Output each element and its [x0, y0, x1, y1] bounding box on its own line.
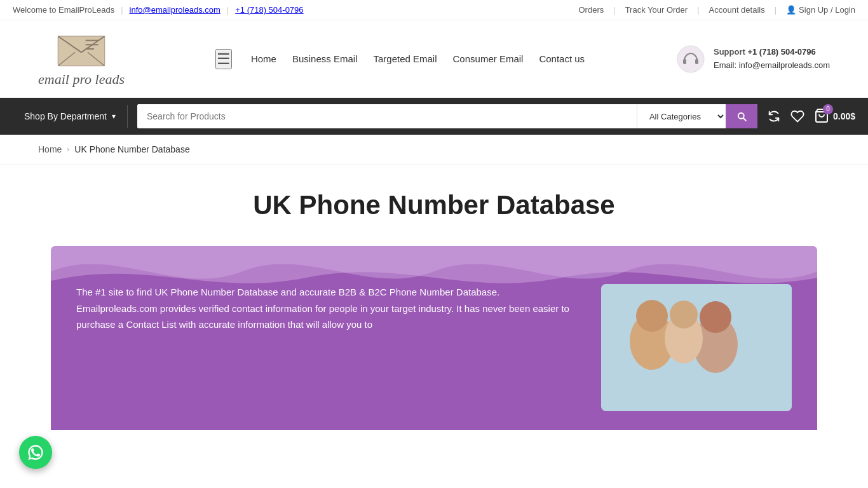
user-icon: 👤: [786, 5, 796, 15]
breadcrumb-home[interactable]: Home: [38, 144, 62, 154]
top-bar-right: Orders | Track Your Order | Account deta…: [579, 5, 856, 15]
whatsapp-icon: [27, 444, 44, 456]
promo-image: [601, 284, 792, 411]
headphone-icon: [675, 44, 706, 74]
category-select[interactable]: All Categories: [637, 104, 726, 128]
wave-description: The #1 site to find UK Phone Number Data…: [76, 284, 582, 333]
search-button[interactable]: [726, 104, 757, 128]
wave-image: [601, 284, 792, 411]
welcome-text: Welcome to EmailProLeads: [13, 5, 114, 15]
cart-count: 0: [823, 104, 833, 114]
nav-contact-us[interactable]: Contact us: [539, 53, 585, 64]
topbar-phone[interactable]: +1 (718) 504-0796: [235, 5, 303, 15]
top-bar-left: Welcome to EmailProLeads | info@emailpro…: [13, 5, 304, 15]
refresh-icon: [767, 109, 781, 123]
support-area: Support +1 (718) 504-0796 Email: info@em…: [675, 44, 830, 74]
wave-content: The #1 site to find UK Phone Number Data…: [51, 246, 817, 430]
svg-point-8: [677, 46, 704, 72]
svg-point-14: [636, 300, 668, 332]
logo[interactable]: email pro leads: [38, 30, 125, 88]
orders-link[interactable]: Orders: [579, 5, 604, 15]
search-container: All Categories: [137, 104, 757, 128]
track-order-link[interactable]: Track Your Order: [625, 5, 688, 15]
support-phone: +1 (718) 504-0796: [747, 47, 815, 57]
breadcrumb-separator: ›: [67, 145, 69, 154]
breadcrumb-current: UK Phone Number Database: [74, 144, 189, 154]
search-bar-section: Shop By Department ▾ All Categories: [0, 98, 868, 135]
signup-login-link[interactable]: 👤 Sign Up / Login: [786, 5, 855, 15]
header-icons: 0 0.00$: [767, 108, 855, 125]
refresh-button[interactable]: [767, 109, 781, 123]
search-input[interactable]: [137, 104, 637, 128]
support-email-prefix: Email:: [714, 60, 736, 70]
header: email pro leads ☰ Home Business Email Ta…: [0, 20, 868, 98]
cart-amount: 0.00$: [833, 111, 855, 121]
wave-section: The #1 site to find UK Phone Number Data…: [51, 246, 817, 430]
support-label: Support: [714, 47, 745, 57]
breadcrumb: Home › UK Phone Number Database: [0, 135, 868, 165]
wishlist-button[interactable]: [790, 109, 804, 123]
svg-rect-9: [683, 59, 686, 64]
svg-point-18: [670, 301, 698, 329]
topbar-email[interactable]: info@emailproleads.com: [130, 5, 220, 15]
account-details-link[interactable]: Account details: [709, 5, 765, 15]
svg-point-16: [700, 301, 731, 333]
chevron-down-icon: ▾: [112, 112, 116, 121]
nav-home[interactable]: Home: [251, 53, 276, 64]
search-icon: [736, 111, 747, 122]
top-bar: Welcome to EmailProLeads | info@emailpro…: [0, 0, 868, 20]
logo-text: email pro leads: [38, 71, 125, 88]
nav-business-email[interactable]: Business Email: [292, 53, 358, 64]
hamburger-menu[interactable]: ☰: [215, 49, 232, 69]
page-content: UK Phone Number Database The #1 site to …: [0, 165, 868, 456]
support-email: info@emailproleads.com: [739, 60, 830, 70]
shop-by-dept-button[interactable]: Shop By Department ▾: [13, 105, 128, 128]
nav-targeted-email[interactable]: Targeted Email: [373, 53, 437, 64]
nav-links: Home Business Email Targeted Email Consu…: [251, 53, 585, 64]
support-text: Support +1 (718) 504-0796 Email: info@em…: [714, 46, 830, 72]
nav-consumer-email[interactable]: Consumer Email: [453, 53, 524, 64]
cart-button[interactable]: 0 0.00$: [814, 108, 855, 125]
svg-rect-10: [695, 59, 698, 64]
page-title: UK Phone Number Database: [13, 190, 855, 220]
logo-icon: [56, 30, 107, 68]
main-nav: ☰ Home Business Email Targeted Email Con…: [215, 49, 585, 69]
heart-icon: [790, 109, 804, 123]
